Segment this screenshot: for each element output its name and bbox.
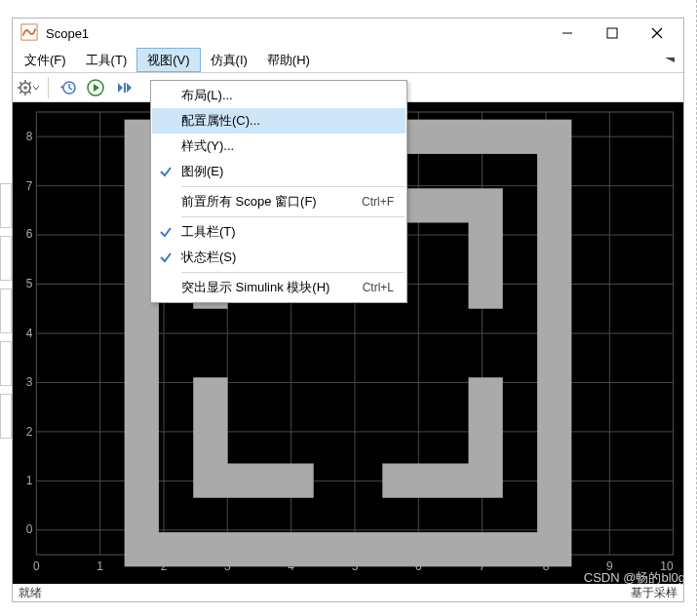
svg-line-12	[29, 91, 31, 93]
check-icon	[158, 250, 174, 265]
status-left: 就绪	[19, 585, 631, 601]
menu-layout[interactable]: 布局(L)...	[152, 83, 406, 108]
settings-button[interactable]	[17, 76, 40, 99]
play-button[interactable]	[84, 76, 107, 99]
close-button[interactable]	[635, 19, 679, 48]
check-icon	[158, 224, 174, 240]
menu-legend[interactable]: 图例(E)	[152, 159, 406, 184]
menu-simulate[interactable]: 仿真(I)	[201, 48, 257, 72]
titlebar[interactable]: Scope1	[13, 19, 683, 48]
step-button[interactable]	[111, 76, 135, 99]
chevron-down-icon	[32, 84, 39, 92]
history-icon	[59, 79, 77, 96]
menu-toolbar[interactable]: 工具栏(T)	[152, 219, 406, 245]
svg-line-11	[19, 82, 21, 84]
view-dropdown-menu: 布局(L)... 配置属性(C)... 样式(Y)... 图例(E) 前置所有 …	[150, 80, 407, 303]
svg-rect-2	[607, 28, 617, 38]
minimize-button[interactable]	[545, 19, 590, 48]
menu-style[interactable]: 样式(Y)...	[152, 134, 406, 159]
watermark: CSDN @畅的bl0g	[584, 569, 685, 587]
svg-rect-17	[124, 83, 126, 93]
menu-config-properties[interactable]: 配置属性(C)...	[152, 108, 406, 134]
status-right: 基于采样	[631, 585, 678, 601]
check-icon	[158, 164, 174, 179]
menu-help[interactable]: 帮助(H)	[257, 48, 320, 72]
step-icon	[114, 79, 132, 96]
svg-line-14	[29, 82, 31, 84]
app-icon	[20, 23, 40, 43]
svg-line-13	[19, 91, 21, 93]
gear-icon	[18, 80, 31, 96]
window-title: Scope1	[46, 26, 545, 41]
menu-file[interactable]: 文件(F)	[15, 48, 76, 72]
menu-tools[interactable]: 工具(T)	[76, 48, 137, 72]
menu-statusbar[interactable]: 状态栏(S)	[152, 245, 406, 270]
menu-highlight-block[interactable]: 突出显示 Simulink 模块(H) Ctrl+L	[152, 275, 406, 300]
menu-view[interactable]: 视图(V)	[136, 48, 200, 72]
maximize-button[interactable]	[590, 19, 635, 48]
menu-bring-front[interactable]: 前置所有 Scope 窗口(F) Ctrl+F	[152, 189, 406, 214]
svg-point-6	[23, 86, 27, 90]
menubar: 文件(F) 工具(T) 视图(V) 仿真(I) 帮助(H)	[13, 48, 683, 73]
play-icon	[87, 79, 104, 96]
run-history-button[interactable]	[57, 76, 80, 99]
menubar-overflow[interactable]	[658, 48, 681, 72]
